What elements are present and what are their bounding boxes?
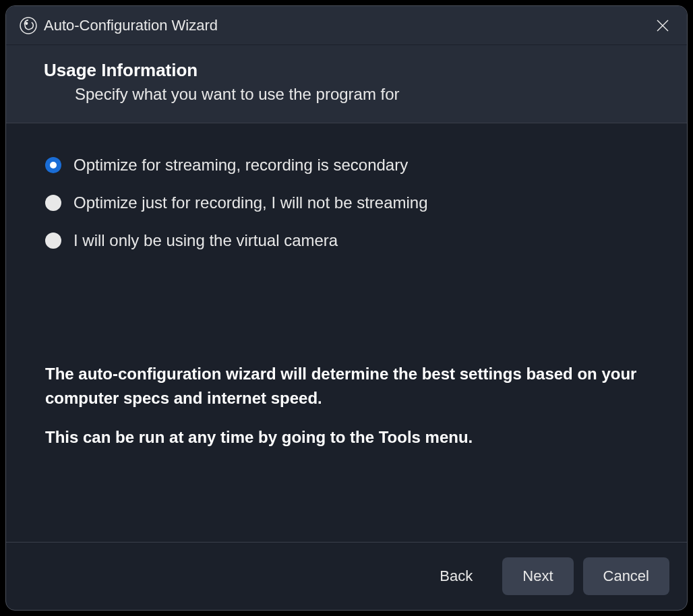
cancel-button[interactable]: Cancel (583, 557, 669, 595)
page-title: Usage Information (44, 60, 649, 81)
svg-point-1 (25, 22, 28, 24)
radio-option-virtual-camera[interactable]: I will only be using the virtual camera (45, 231, 648, 250)
back-button[interactable]: Back (419, 557, 493, 595)
radio-indicator (45, 233, 61, 249)
radio-label: I will only be using the virtual camera (73, 231, 338, 250)
info-text-2: This can be run at any time by going to … (45, 425, 648, 450)
usage-radio-group: Optimize for streaming, recording is sec… (45, 156, 648, 250)
page-subtitle: Specify what you want to use the program… (44, 85, 649, 104)
info-section: The auto-configuration wizard will deter… (45, 362, 648, 450)
radio-indicator (45, 157, 61, 173)
wizard-dialog: Auto-Configuration Wizard Usage Informat… (5, 5, 688, 611)
radio-indicator (45, 195, 61, 211)
info-text-1: The auto-configuration wizard will deter… (45, 362, 648, 410)
close-icon (655, 18, 671, 34)
button-bar: Back Next Cancel (6, 542, 687, 610)
window-title: Auto-Configuration Wizard (44, 17, 649, 34)
close-button[interactable] (649, 12, 676, 39)
obs-icon (20, 17, 37, 34)
next-button[interactable]: Next (502, 557, 573, 595)
radio-label: Optimize just for recording, I will not … (73, 193, 428, 212)
radio-option-recording[interactable]: Optimize just for recording, I will not … (45, 193, 648, 212)
content-area: Optimize for streaming, recording is sec… (6, 123, 687, 542)
radio-label: Optimize for streaming, recording is sec… (73, 156, 408, 175)
page-header: Usage Information Specify what you want … (6, 45, 687, 123)
radio-option-streaming[interactable]: Optimize for streaming, recording is sec… (45, 156, 648, 175)
titlebar: Auto-Configuration Wizard (6, 6, 687, 45)
